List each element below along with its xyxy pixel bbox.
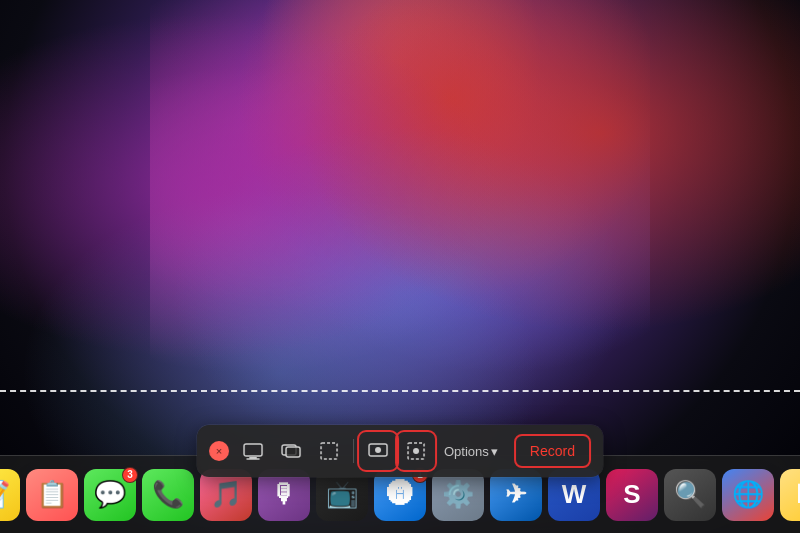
svg-rect-0 xyxy=(244,444,262,456)
close-icon: × xyxy=(216,445,222,457)
mail-icon: ✈ xyxy=(505,479,527,510)
app-store-icon: 🅐 xyxy=(387,479,413,510)
svg-rect-5 xyxy=(321,443,337,459)
selection-line xyxy=(0,390,800,392)
reminders-icon: 📋 xyxy=(36,479,68,510)
podcasts-icon: 🎙 xyxy=(271,479,297,510)
notification-badge: 3 xyxy=(122,467,138,483)
record-label: Record xyxy=(530,443,575,459)
dock-icon-facetime[interactable]: 📞 xyxy=(142,469,194,521)
selection-icon xyxy=(318,440,340,462)
record-screen-icon xyxy=(367,440,389,462)
screenshot-toolbar: × Options xyxy=(197,425,603,477)
dock-icon-chrome[interactable]: 🌐 xyxy=(722,469,774,521)
apple-tv-icon: 📺 xyxy=(326,479,358,510)
notes-icon: 📝 xyxy=(0,479,10,510)
record-selection-icon xyxy=(405,440,427,462)
chevron-down-icon: ▾ xyxy=(491,444,498,459)
messages-icon: 💬 xyxy=(94,479,126,510)
dock-icon-reminders[interactable]: 📋 xyxy=(26,469,78,521)
toolbar-separator-1 xyxy=(353,439,354,463)
music-icon: 🎵 xyxy=(210,479,242,510)
dock-icon-notes[interactable]: 📝 xyxy=(0,469,20,521)
dock-icon-stickies[interactable]: 🗒 xyxy=(780,469,800,521)
screen-icon xyxy=(242,440,264,462)
word-icon: W xyxy=(562,479,587,510)
svg-point-9 xyxy=(413,448,419,454)
stickies-icon: 🗒 xyxy=(793,479,800,510)
capture-selection-button[interactable] xyxy=(311,433,347,469)
record-button[interactable]: Record xyxy=(514,434,591,468)
svg-point-7 xyxy=(375,447,381,453)
record-screen-button[interactable] xyxy=(360,433,396,469)
options-button[interactable]: Options ▾ xyxy=(436,434,506,468)
facetime-icon: 📞 xyxy=(152,479,184,510)
close-button[interactable]: × xyxy=(209,441,229,461)
system-preferences-icon: ⚙️ xyxy=(442,479,474,510)
capture-window-button[interactable] xyxy=(273,433,309,469)
record-selection-button[interactable] xyxy=(398,433,434,469)
dock-icon-messages[interactable]: 💬3 xyxy=(84,469,136,521)
svg-rect-4 xyxy=(286,447,300,457)
options-label: Options xyxy=(444,444,489,459)
security-icon: 🔍 xyxy=(674,479,706,510)
dock-icon-slack[interactable]: S xyxy=(606,469,658,521)
capture-screen-button[interactable] xyxy=(235,433,271,469)
slack-icon: S xyxy=(623,479,640,510)
chrome-icon: 🌐 xyxy=(732,479,764,510)
window-icon xyxy=(280,440,302,462)
dock-icon-security[interactable]: 🔍 xyxy=(664,469,716,521)
